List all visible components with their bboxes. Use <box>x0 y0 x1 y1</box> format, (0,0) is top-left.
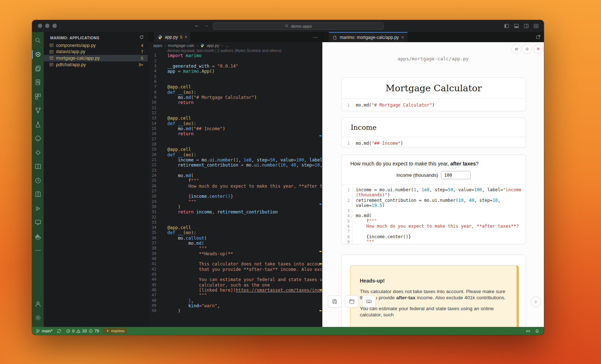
file-list-item[interactable]: components/app.py4 <box>44 42 148 49</box>
secondary-editor-group: marimo: mortgage-calc/app.py × ✕ apps/mo… <box>322 32 544 327</box>
zoom-window-button[interactable] <box>52 24 57 28</box>
refresh-icon[interactable] <box>139 35 144 41</box>
docker-icon[interactable] <box>32 229 44 244</box>
open-window-button[interactable] <box>345 295 359 308</box>
file-list-item[interactable]: mortgage-calc/app.py5 <box>44 55 148 61</box>
run-view-icon[interactable] <box>32 201 44 216</box>
line-number: 6 <box>342 224 353 229</box>
notebook-icon <box>49 56 54 60</box>
keyboard-icon <box>366 298 372 305</box>
broadcast-icon[interactable] <box>526 329 530 333</box>
code-line: 32 <box>148 215 322 220</box>
editor-tab-bar: app.py 5 × ⋯ <box>148 32 322 42</box>
clock-icon[interactable] <box>32 173 44 188</box>
settings-icon[interactable] <box>32 311 44 325</box>
line-number: 21 <box>148 157 162 163</box>
back-icon[interactable]: ← <box>194 22 199 28</box>
code-line: 18 <box>148 142 322 147</box>
book-icon[interactable] <box>32 188 44 202</box>
code-line: 15 mo.md("## Income") <box>148 126 322 131</box>
sync-icon[interactable] <box>57 329 61 333</box>
shutdown-button[interactable]: ✕ <box>533 44 543 54</box>
remote-desktop-icon[interactable] <box>32 216 44 230</box>
line-number: 28 <box>148 194 162 199</box>
open-in-new-window-icon[interactable] <box>536 34 541 41</box>
line-number: 40 <box>148 256 162 261</box>
line-number: 36 <box>148 236 162 241</box>
overview-ruler <box>319 289 322 291</box>
menu-button[interactable] <box>512 44 521 54</box>
line-number: 19 <box>148 147 162 152</box>
line-number: 9 <box>342 239 353 244</box>
marimo-explorer-icon[interactable] <box>32 48 44 62</box>
components-icon[interactable] <box>32 89 44 104</box>
toggle-primary-sidebar-icon[interactable] <box>504 23 510 29</box>
code-line: 19@app.cell <box>148 147 322 152</box>
income-input-label: income (thousands) <box>397 172 438 178</box>
line-number: 30 <box>148 204 162 209</box>
breadcrumb-item[interactable]: mortgage-calc <box>168 43 195 48</box>
tab-close-icon[interactable]: × <box>184 35 187 40</box>
play-icon <box>533 299 538 304</box>
keyboard-shortcuts-button[interactable] <box>362 295 376 308</box>
problems-status[interactable]: 0 33 79 <box>66 329 99 333</box>
customize-layout-icon[interactable] <box>533 23 539 29</box>
git-branch-status[interactable]: main* <box>36 329 52 333</box>
file-badge: 9+ <box>139 63 143 67</box>
code-line: 22 retirement_contribution = mo.ui.numbe… <box>148 163 322 168</box>
line-number: 33 <box>148 220 162 225</box>
code-line: 9 """ <box>342 239 526 244</box>
more-icon[interactable] <box>32 244 44 258</box>
minimize-window-button[interactable] <box>45 24 49 28</box>
command-center-search[interactable]: demo-apps <box>213 22 384 30</box>
code-line: 31 return income, retirement_contributio… <box>148 209 322 215</box>
diamond-icon[interactable] <box>32 145 44 160</box>
marimo-status-badge[interactable]: marimo <box>103 328 127 334</box>
tab-marimo-webview[interactable]: marimo: mortgage-calc/app.py × <box>329 32 407 42</box>
code-line: 48 ), <box>148 298 322 303</box>
git-fork-icon[interactable] <box>32 104 44 118</box>
file-icon <box>333 35 337 40</box>
tab-close-icon[interactable]: × <box>401 35 404 40</box>
search-icon[interactable] <box>32 33 44 48</box>
save-button[interactable] <box>328 295 342 308</box>
breadcrumb-item[interactable]: apps <box>153 43 162 48</box>
code-line: 4⌄mo.md( <box>342 213 526 218</box>
code-line: 7@app.cell <box>148 84 322 89</box>
forward-icon[interactable]: → <box>204 22 209 28</box>
code-line: 49 kind="warn", <box>148 303 322 308</box>
income-input[interactable] <box>441 171 471 179</box>
notifications-bell-icon[interactable] <box>535 329 540 333</box>
breadcrumb[interactable]: apps›mortgage-calc›app.py›… <box>153 42 229 48</box>
line-number: 49 <box>148 303 162 308</box>
cell-code-editor[interactable]: 1income = mo.ui.number(1, 1e8, step=50, … <box>342 185 526 244</box>
cell-code-editor[interactable]: 1mo.md("# Mortgage Calculator") <box>342 99 526 111</box>
fold-icon[interactable]: ⌄ <box>351 213 353 219</box>
line-number: 20 <box>148 152 162 157</box>
file-search-icon[interactable] <box>32 76 44 90</box>
line-number: 2 <box>148 59 162 64</box>
beaker-icon[interactable] <box>32 117 44 132</box>
line-number: 5 <box>148 74 162 79</box>
notebook-cell-title: Mortgage Calculator 1mo.md("# Mortgage C… <box>341 77 526 111</box>
cell-code-editor[interactable]: 1mo.md("## Income") <box>342 137 526 148</box>
file-list-item[interactable]: dataviz/app.py7 <box>44 49 148 55</box>
settings-button[interactable] <box>522 44 532 54</box>
toggle-panel-icon[interactable] <box>513 23 520 29</box>
line-number: 11 <box>148 105 162 111</box>
line-number: 37 <box>148 241 162 246</box>
file-list-item[interactable]: pdfchat/app.py9+ <box>44 61 148 68</box>
breadcrumb-item[interactable]: app.py <box>207 43 219 48</box>
run-button[interactable] <box>530 296 541 307</box>
pages-icon[interactable] <box>32 61 44 76</box>
split-window-icon[interactable] <box>32 160 44 174</box>
account-icon[interactable] <box>32 297 44 311</box>
close-window-button[interactable] <box>38 24 42 28</box>
editor-code[interactable]: Akshay Agrawal, last month | 2 authors (… <box>148 48 322 327</box>
github-icon[interactable] <box>32 132 44 146</box>
editor-actions-icon[interactable]: ⋯ <box>313 32 318 42</box>
errors-icon <box>66 329 71 333</box>
tab-app-py[interactable]: app.py 5 × <box>154 32 190 42</box>
toggle-secondary-sidebar-icon[interactable] <box>523 23 529 29</box>
breadcrumb-item[interactable]: … <box>225 43 229 48</box>
